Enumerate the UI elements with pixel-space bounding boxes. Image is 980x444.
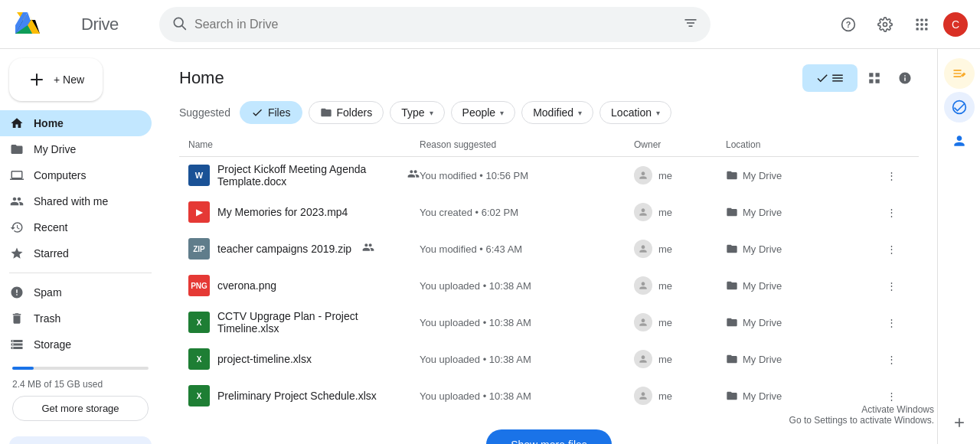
recent-icon xyxy=(9,220,24,234)
topbar-right: ? C xyxy=(833,9,968,40)
owner-avatar xyxy=(634,313,652,331)
excel-file-icon: X xyxy=(188,385,210,406)
storage-bar-fill xyxy=(12,367,34,370)
more-options-button[interactable]: ⋮ xyxy=(879,347,903,371)
location-cell: My Drive xyxy=(726,169,879,181)
folder-chip-icon xyxy=(320,106,332,119)
more-options-button[interactable]: ⋮ xyxy=(879,310,903,335)
drive-location-icon xyxy=(726,169,738,181)
svg-rect-26 xyxy=(925,28,927,30)
reason-cell: You uploaded • 10:38 AM xyxy=(420,280,634,292)
drive-location-icon xyxy=(726,206,738,218)
owner-avatar xyxy=(634,203,652,221)
png-file-icon: PNG xyxy=(188,275,210,296)
more-options-button[interactable]: ⋮ xyxy=(879,237,903,261)
new-button[interactable]: + New xyxy=(9,58,103,101)
get-storage-button[interactable]: Get more storage xyxy=(12,396,149,421)
owner-cell: me xyxy=(634,350,726,368)
reason-cell: You created • 6:02 PM xyxy=(420,207,634,218)
apps-button[interactable] xyxy=(906,9,937,40)
sidebar-item-recent[interactable]: Recent xyxy=(0,214,152,240)
sidebar-item-home[interactable]: Home xyxy=(0,110,152,136)
starred-icon xyxy=(9,246,24,260)
more-options-button[interactable]: ⋮ xyxy=(879,273,903,298)
reason-cell: You uploaded • 10:38 AM xyxy=(420,390,634,402)
sidebar-item-trash[interactable]: Trash xyxy=(0,305,152,331)
filter-chip-modified[interactable]: Modified ▾ xyxy=(521,101,593,124)
table-row[interactable]: ▶ My Memories for 2023.mp4 You created •… xyxy=(179,194,919,230)
file-name-cell: ▶ My Memories for 2023.mp4 xyxy=(188,201,420,223)
recent-label: Recent xyxy=(34,221,67,233)
shared-people-icon xyxy=(407,168,420,183)
topbar: Drive ? C xyxy=(0,0,980,49)
location-cell: My Drive xyxy=(726,206,879,218)
filter-chip-folders[interactable]: Folders xyxy=(309,101,384,124)
file-name-cell: X Preliminary Project Schedule.xlsx xyxy=(188,385,420,406)
filter-chip-location[interactable]: Location ▾ xyxy=(599,101,671,124)
location-cell: My Drive xyxy=(726,353,879,365)
sidebar-item-my-drive[interactable]: My Drive xyxy=(0,136,152,162)
word-file-icon: W xyxy=(188,165,210,186)
search-bar[interactable] xyxy=(159,7,710,42)
filter-chip-files[interactable]: Files xyxy=(240,101,302,124)
modified-chevron-icon: ▾ xyxy=(578,109,582,117)
filter-chip-people[interactable]: People ▾ xyxy=(451,101,516,124)
drive-location-icon xyxy=(726,353,738,365)
sidebar-divider xyxy=(9,273,152,273)
file-name-text: cverona.png xyxy=(217,279,276,292)
table-row[interactable]: X project-timeline.xlsx You uploaded • 1… xyxy=(179,341,919,377)
google-drive-logo xyxy=(12,9,43,40)
file-name-text: My Memories for 2023.mp4 xyxy=(217,206,348,218)
col-owner: Owner xyxy=(634,139,726,150)
grid-view-button[interactable] xyxy=(861,64,888,92)
computers-label: Computers xyxy=(34,169,86,181)
search-filter-icon[interactable] xyxy=(683,15,698,33)
owner-cell: me xyxy=(634,276,726,295)
svg-rect-20 xyxy=(925,18,927,21)
location-cell: My Drive xyxy=(726,316,879,328)
file-name-text: Preliminary Project Schedule.xlsx xyxy=(217,390,377,402)
storage-section: 2.4 MB of 15 GB used Get more storage xyxy=(0,357,161,430)
content-header: Home xyxy=(161,49,937,92)
table-row[interactable]: X CCTV Upgrage Plan - Project Timeline.x… xyxy=(179,304,919,341)
windows-activation-notice: Activate Windows Go to Settings to activ… xyxy=(789,404,934,426)
more-options-button[interactable]: ⋮ xyxy=(879,163,903,188)
right-panel-notes-icon[interactable] xyxy=(944,58,975,89)
filter-chip-type[interactable]: Type ▾ xyxy=(390,101,444,124)
user-avatar[interactable]: C xyxy=(943,12,968,37)
right-panel-tasks-icon[interactable] xyxy=(944,92,975,122)
owner-avatar xyxy=(634,276,652,295)
show-more-files-button[interactable]: Show more files xyxy=(486,429,612,444)
search-input[interactable] xyxy=(194,18,675,31)
info-button[interactable] xyxy=(891,64,919,92)
file-name-text: project-timeline.xlsx xyxy=(217,353,312,365)
right-panel-add-icon[interactable] xyxy=(944,407,975,438)
right-panel xyxy=(937,49,980,444)
excel-file-icon: X xyxy=(188,348,210,370)
table-row[interactable]: W Project Kickoff Meeting Agenda Templat… xyxy=(179,157,919,194)
reason-cell: You uploaded • 10:38 AM xyxy=(420,317,634,328)
right-panel-people-icon[interactable] xyxy=(944,126,975,156)
check-icon xyxy=(815,71,829,85)
storage-label: Storage xyxy=(34,338,71,351)
list-view-button[interactable] xyxy=(802,64,858,92)
svg-rect-24 xyxy=(916,28,919,30)
file-name-cell: PNG cverona.png xyxy=(188,275,420,296)
table-row[interactable]: ZIP teacher campaigns 2019.zip You modif… xyxy=(179,230,919,267)
table-row[interactable]: PNG cverona.png You uploaded • 10:38 AM … xyxy=(179,267,919,304)
svg-rect-21 xyxy=(916,23,919,25)
svg-rect-25 xyxy=(920,28,923,30)
sidebar-item-starred[interactable]: Starred xyxy=(0,240,152,266)
svg-rect-23 xyxy=(925,23,927,25)
svg-line-11 xyxy=(182,26,186,30)
list-icon xyxy=(831,71,844,85)
help-button[interactable]: ? xyxy=(833,9,864,40)
sidebar-item-computers[interactable]: Computers xyxy=(0,162,152,188)
drive-location-icon xyxy=(726,316,738,328)
settings-button[interactable] xyxy=(870,9,900,40)
page-title: Home xyxy=(179,68,224,88)
sidebar-item-storage[interactable]: Storage xyxy=(0,331,152,357)
sidebar-item-shared[interactable]: Shared with me xyxy=(0,188,152,214)
sidebar-item-spam[interactable]: Spam xyxy=(0,279,152,305)
more-options-button[interactable]: ⋮ xyxy=(879,200,903,224)
